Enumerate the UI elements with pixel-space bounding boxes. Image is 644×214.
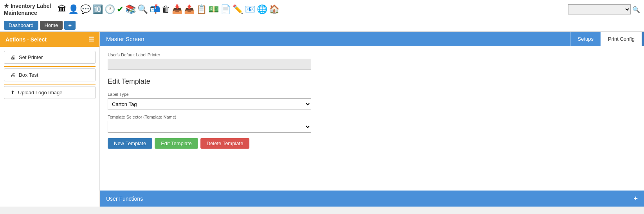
delete-template-button[interactable]: Delete Template	[200, 138, 250, 149]
tab-setups[interactable]: Setups	[570, 32, 601, 46]
clock-icon[interactable]: 🕐	[105, 5, 115, 14]
sidebar: Actions - Select ☰ 🖨 Set Printer 🖨 Box T…	[0, 32, 100, 207]
building-icon[interactable]: 🏠	[269, 5, 280, 14]
notes-icon[interactable]: 📋	[196, 5, 207, 14]
document-icon[interactable]: 📄	[220, 5, 231, 14]
template-selector-select[interactable]	[108, 121, 311, 133]
star-icon: ★	[4, 3, 9, 9]
money-icon[interactable]: 💵	[208, 5, 219, 14]
trash-icon[interactable]: 🗑	[162, 5, 170, 14]
add-nav-button[interactable]: +	[64, 21, 76, 30]
dashboard-button[interactable]: Dashboard	[4, 21, 38, 30]
main-layout: Actions - Select ☰ 🖨 Set Printer 🖨 Box T…	[0, 32, 644, 207]
sidebar-divider-1	[4, 66, 96, 67]
edit-template-section: Edit Template Label Type Carton Tag Item…	[108, 77, 636, 149]
form-area: User's Default Label Printer Edit Templa…	[100, 46, 644, 191]
content-tabs: Setups Print Config	[570, 32, 644, 46]
chat-icon[interactable]: 💬	[80, 5, 91, 14]
sidebar-header: Actions - Select ☰	[0, 32, 99, 47]
upload-icon: ⬆	[11, 90, 15, 95]
user-functions-plus-icon[interactable]: +	[633, 194, 638, 203]
download-icon[interactable]: 📥	[172, 5, 182, 14]
label-type-label: Label Type	[108, 92, 636, 97]
sidebar-title: Actions - Select	[5, 36, 47, 43]
printer-input-display	[108, 59, 311, 70]
globe-icon[interactable]: 🌐	[257, 5, 267, 14]
template-selector-group: Template Selector (Template Name)	[108, 115, 636, 133]
edit-template-title: Edit Template	[108, 77, 636, 86]
box-test-button[interactable]: 🖨 Box Test	[4, 68, 96, 81]
nav-bar: Dashboard Home +	[0, 19, 644, 32]
template-selector-label: Template Selector (Template Name)	[108, 115, 636, 119]
sidebar-items: 🖨 Set Printer 🖨 Box Test ⬆ Upload Logo I…	[0, 47, 99, 104]
sidebar-menu-icon[interactable]: ☰	[88, 36, 94, 43]
sidebar-divider-2	[4, 84, 96, 85]
printer-icon: 🖨	[11, 54, 16, 60]
toolbar-icons: 🏛 👤 💬 🔟 🕐 ✔ 📚 🔍 📬 🗑 📥 📤 📋 💵 📄 ✏️ 📧 🌐 🏠	[58, 5, 565, 14]
app-title: ★ Inventory Label Maintenance	[4, 2, 55, 16]
home-button[interactable]: Home	[40, 21, 63, 30]
checkmark-icon[interactable]: ✔	[117, 5, 124, 14]
tab-accent	[642, 32, 644, 46]
form-buttons: New Template Edit Template Delete Templa…	[108, 138, 636, 149]
edit-template-button[interactable]: Edit Template	[155, 138, 198, 149]
label-type-select[interactable]: Carton Tag Item Label Pallet Tag	[108, 98, 311, 110]
box-test-label: Box Test	[19, 72, 38, 78]
search-select[interactable]	[568, 4, 631, 14]
inbox-icon[interactable]: 📬	[150, 5, 160, 14]
pencil-icon[interactable]: ✏️	[233, 5, 243, 14]
label-type-group: Label Type Carton Tag Item Label Pallet …	[108, 92, 636, 110]
bank-icon[interactable]: 🏛	[58, 5, 67, 14]
search-button[interactable]: 🔍	[632, 6, 640, 13]
search-area: 🔍	[568, 4, 640, 14]
set-printer-button[interactable]: 🖨 Set Printer	[4, 51, 96, 64]
user-functions-bar: User Functions +	[100, 191, 644, 207]
content-header: Master Screen Setups Print Config	[100, 32, 644, 46]
printer-section: User's Default Label Printer	[108, 52, 636, 70]
content-area: Master Screen Setups Print Config User's…	[100, 32, 644, 207]
search-circle-icon[interactable]: 🔍	[137, 5, 148, 14]
calendar-badge-icon[interactable]: 🔟	[92, 5, 103, 14]
box-test-icon: 🖨	[11, 72, 16, 78]
tab-print-config[interactable]: Print Config	[601, 32, 642, 46]
new-template-button[interactable]: New Template	[108, 138, 152, 149]
upload-logo-button[interactable]: ⬆ Upload Logo Image	[4, 86, 96, 99]
top-bar: ★ Inventory Label Maintenance 🏛 👤 💬 🔟 🕐 …	[0, 0, 644, 19]
set-printer-label: Set Printer	[19, 54, 43, 60]
printer-field-label: User's Default Label Printer	[108, 52, 636, 57]
upload-icon[interactable]: 📤	[184, 5, 195, 14]
envelope-icon[interactable]: 📧	[245, 5, 255, 14]
person-icon[interactable]: 👤	[68, 5, 79, 14]
upload-logo-label: Upload Logo Image	[18, 90, 62, 95]
user-functions-label: User Functions	[106, 196, 143, 202]
stack-icon[interactable]: 📚	[125, 5, 136, 14]
master-screen-title: Master Screen	[100, 32, 151, 46]
